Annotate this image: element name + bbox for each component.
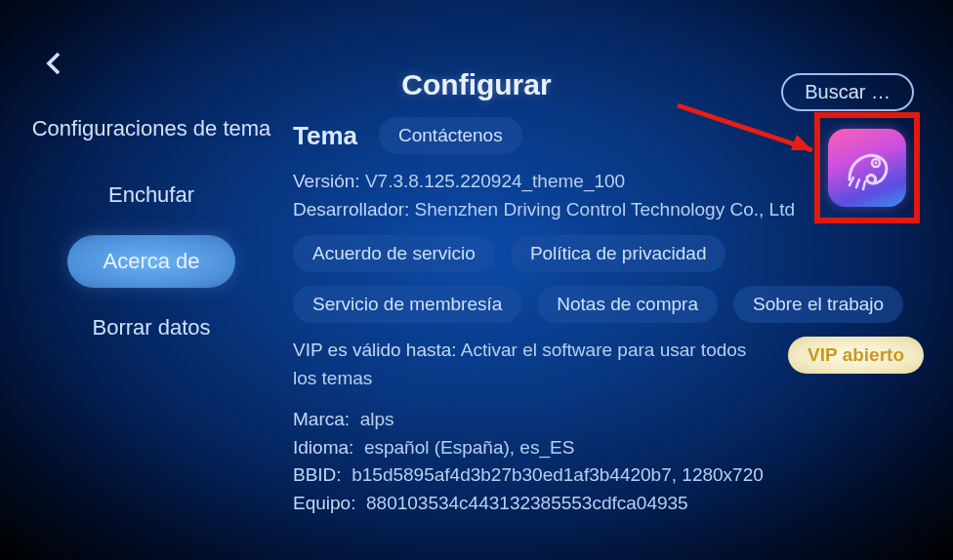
device-value: 880103534c443132385553cdfca04935 — [366, 493, 688, 513]
device-row: Equipo: 880103534c443132385553cdfca04935 — [293, 490, 924, 518]
brand-value: alps — [360, 409, 394, 429]
contact-us-button[interactable]: Contáctenos — [379, 117, 522, 154]
about-heading: Tema — [293, 121, 357, 151]
version-label: Versión: — [293, 171, 360, 191]
sidebar-item-plugin[interactable]: Enchufar — [29, 169, 273, 221]
app-icon-button[interactable] — [828, 129, 906, 207]
vip-valid-row: VIP es válido hasta: Activar el software… — [293, 337, 774, 392]
brand-row: Marca: alps — [293, 406, 924, 434]
vip-valid-label: VIP es válido hasta: — [293, 340, 457, 360]
device-label: Equipo: — [293, 493, 355, 513]
sidebar-item-theme-settings[interactable]: Configuraciones de tema — [29, 102, 273, 155]
membership-service-button[interactable]: Servicio de membresía — [293, 286, 521, 323]
about-work-button[interactable]: Sobre el trabajo — [733, 286, 903, 323]
settings-screen: Configurar Buscar … Configuraciones de t… — [0, 0, 953, 560]
language-row: Idioma: español (España), es_ES — [293, 434, 924, 462]
bbid-value: b15d5895af4d3b27b30ed1af3b4420b7, 1280x7… — [352, 464, 764, 485]
privacy-policy-button[interactable]: Política de privacidad — [511, 235, 726, 272]
sidebar-item-about[interactable]: Acerca de — [67, 235, 234, 288]
search-button[interactable]: Buscar … — [781, 73, 914, 111]
chameleon-icon — [840, 140, 894, 195]
bbid-label: BBID: — [293, 464, 342, 485]
bbid-row: BBID: b15d5895af4d3b27b30ed1af3b4420b7, … — [293, 461, 924, 490]
sidebar-item-clear-data[interactable]: Borrar datos — [29, 301, 273, 354]
purchase-notes-button[interactable]: Notas de compra — [537, 286, 718, 323]
sidebar: Configuraciones de tema Enchufar Acerca … — [29, 102, 273, 354]
service-agreement-button[interactable]: Acuerdo de servicio — [293, 235, 495, 272]
app-icon-highlight-frame — [814, 112, 920, 223]
language-value: español (España), es_ES — [364, 437, 574, 458]
vip-open-button[interactable]: VIP abierto — [788, 337, 924, 374]
developer-label: Desarrollador: — [293, 199, 409, 220]
developer-value: Shenzhen Driving Control Technology Co.,… — [415, 199, 795, 220]
brand-label: Marca: — [293, 409, 350, 429]
language-label: Idioma: — [293, 437, 353, 458]
svg-point-1 — [875, 162, 878, 165]
version-value: V7.3.8.125.220924_theme_100 — [365, 171, 625, 191]
